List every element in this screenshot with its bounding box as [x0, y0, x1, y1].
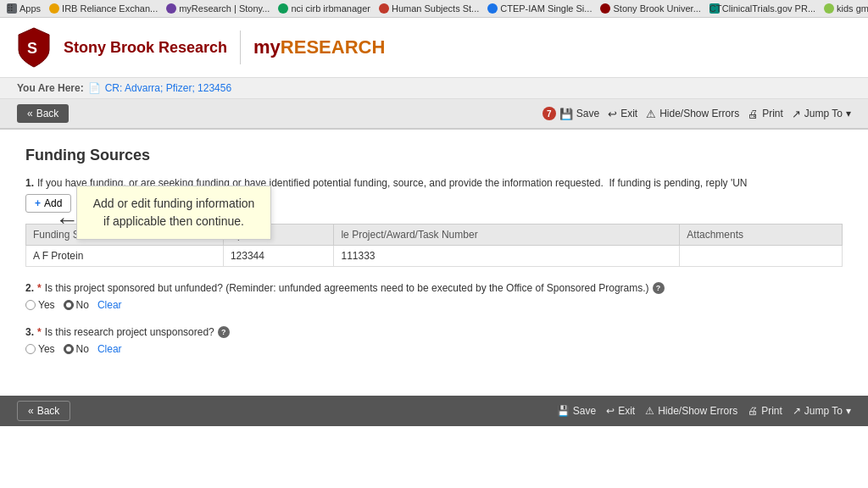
bottom-toolbar-left: « Back [17, 401, 70, 421]
bottom-back-arrow-icon: « [28, 405, 34, 417]
tab-myresearch-label: myResearch | Stony... [179, 3, 270, 14]
q3-yes-option[interactable]: Yes [25, 343, 55, 355]
exit-icon: ↩ [608, 108, 617, 120]
stony-favicon [600, 3, 610, 14]
back-arrow-icon: « [27, 108, 33, 119]
app-title: myRESEARCH [253, 36, 385, 58]
svg-text:S: S [27, 40, 37, 57]
question-1-num: 1. [25, 177, 34, 189]
add-section: + Add ← Add or edit funding information … [25, 194, 71, 219]
help-icon-3[interactable]: ? [218, 326, 230, 338]
bottom-back-button[interactable]: « Back [17, 401, 70, 421]
question-3-num: 3. [25, 326, 34, 338]
q2-no-label: No [76, 299, 89, 311]
bottom-warning-icon: ⚠ [645, 405, 654, 417]
bottom-jump-to-button[interactable]: ↗ Jump To ▾ [793, 405, 851, 417]
tab-irb[interactable]: IRB Reliance Exchan... [49, 3, 158, 14]
q2-yes-radio[interactable] [25, 300, 36, 310]
main-content: Funding Sources 1. If you have funding, … [0, 130, 868, 387]
col-attachments: Attachments [680, 225, 843, 246]
arrow-left-icon: ← [55, 207, 79, 234]
bottom-hide-errors-button[interactable]: ⚠ Hide/Show Errors [645, 405, 737, 417]
save-badge: 7 [542, 107, 556, 120]
cell-sp: 123344 [223, 246, 334, 267]
doc-icon: 📄 [88, 82, 101, 94]
required-star-3: * [37, 326, 42, 338]
cell-funding-source: A F Protein [26, 246, 224, 267]
question-2-label: 2. * Is this project sponsored but unfun… [25, 282, 843, 294]
logo-section: S Stony Brook Research myRESEARCH [17, 26, 385, 69]
q2-clear-link[interactable]: Clear [97, 299, 122, 311]
tab-kids-label: kids gmail - copper [837, 3, 868, 14]
apps-favicon: ⠿ [7, 3, 17, 14]
jump-to-button[interactable]: ↗ Jump To ▾ [792, 108, 851, 120]
cell-project-num: 111333 [334, 246, 680, 267]
app-my: my [253, 36, 281, 58]
q2-yes-option[interactable]: Yes [25, 299, 55, 311]
tab-apps[interactable]: ⠿ Apps [7, 3, 41, 14]
tab-myresearch[interactable]: myResearch | Stony... [166, 3, 270, 14]
breadcrumb-label: You Are Here: [17, 82, 84, 94]
question-3: 3. * Is this research project unsponsore… [25, 326, 843, 355]
bottom-exit-icon: ↩ [606, 405, 615, 417]
tab-ctep[interactable]: CTEP-IAM Single Si... [487, 3, 592, 14]
chevron-down-icon: ▾ [846, 108, 851, 119]
table-row: A F Protein 123344 111333 [26, 246, 843, 267]
human-favicon [379, 3, 389, 14]
q3-yes-radio[interactable] [25, 344, 36, 354]
q2-yes-label: Yes [38, 299, 55, 311]
irb-favicon [49, 3, 59, 14]
kids-favicon [824, 3, 834, 14]
bottom-save-icon: 💾 [557, 405, 570, 417]
tab-stony[interactable]: Stony Brook Univer... [600, 3, 700, 14]
warning-icon: ⚠ [646, 108, 656, 120]
tab-human-label: Human Subjects St... [392, 3, 479, 14]
bottom-print-button[interactable]: 🖨 Print [748, 405, 782, 417]
print-button[interactable]: 🖨 Print [748, 108, 783, 120]
save-button[interactable]: 7 💾 Save [542, 107, 599, 120]
shield-logo: S [17, 26, 51, 69]
cell-attachments [680, 246, 843, 267]
bottom-toolbar: « Back 💾 Save ↩ Exit ⚠ Hide/Show Errors … [0, 396, 868, 426]
plus-icon: + [35, 197, 41, 209]
bottom-save-button[interactable]: 💾 Save [557, 405, 596, 417]
jump-icon: ↗ [792, 108, 801, 120]
tab-stony-label: Stony Brook Univer... [613, 3, 700, 14]
site-header: S Stony Brook Research myRESEARCH [0, 18, 868, 78]
q3-no-radio[interactable] [64, 344, 74, 354]
top-toolbar: « Back 7 💾 Save ↩ Exit ⚠ Hide/Show Error… [0, 99, 868, 130]
q2-no-option[interactable]: No [64, 299, 89, 311]
tab-clinical[interactable]: CT ClinicalTrials.gov PR... [709, 3, 815, 14]
myresearch-favicon [166, 3, 176, 14]
tab-ctep-label: CTEP-IAM Single Si... [500, 3, 592, 14]
required-star-2: * [37, 282, 42, 294]
q3-no-option[interactable]: No [64, 343, 89, 355]
back-button[interactable]: « Back [17, 104, 69, 123]
q3-clear-link[interactable]: Clear [97, 343, 122, 355]
tab-kids[interactable]: kids gmail - copper [824, 3, 868, 14]
question-2: 2. * Is this project sponsored but unfun… [25, 282, 843, 311]
tab-irb-label: IRB Reliance Exchan... [62, 3, 158, 14]
question-3-label: 3. * Is this research project unsponsore… [25, 326, 843, 338]
hide-errors-button[interactable]: ⚠ Hide/Show Errors [646, 108, 739, 120]
help-icon-2[interactable]: ? [653, 282, 665, 294]
toolbar-left: « Back [17, 104, 69, 123]
question-3-text: Is this research project unsponsored? [45, 326, 214, 338]
tab-nci-label: nci cirb irbmanager [291, 3, 370, 14]
tab-nci[interactable]: nci cirb irbmanager [278, 3, 370, 14]
breadcrumb-path[interactable]: CR: Advarra; Pfizer; 123456 [105, 82, 231, 94]
bottom-jump-icon: ↗ [793, 405, 801, 417]
bottom-exit-button[interactable]: ↩ Exit [606, 405, 635, 417]
breadcrumb-bar: You Are Here: 📄 CR: Advarra; Pfizer; 123… [0, 78, 868, 99]
header-divider [240, 30, 241, 64]
print-icon: 🖨 [748, 108, 759, 120]
browser-tab-bar: ⠿ Apps IRB Reliance Exchan... myResearch… [0, 0, 868, 18]
tab-human[interactable]: Human Subjects St... [379, 3, 479, 14]
question-2-num: 2. [25, 282, 34, 294]
col-project-num: le Project/Award/Task Number [334, 225, 680, 246]
q2-no-radio[interactable] [64, 300, 74, 310]
bottom-print-icon: 🖨 [748, 405, 758, 417]
exit-button[interactable]: ↩ Exit [608, 108, 637, 120]
tooltip-box: Add or edit funding information if appli… [76, 186, 271, 240]
bottom-toolbar-right: 💾 Save ↩ Exit ⚠ Hide/Show Errors 🖨 Print… [557, 405, 851, 417]
